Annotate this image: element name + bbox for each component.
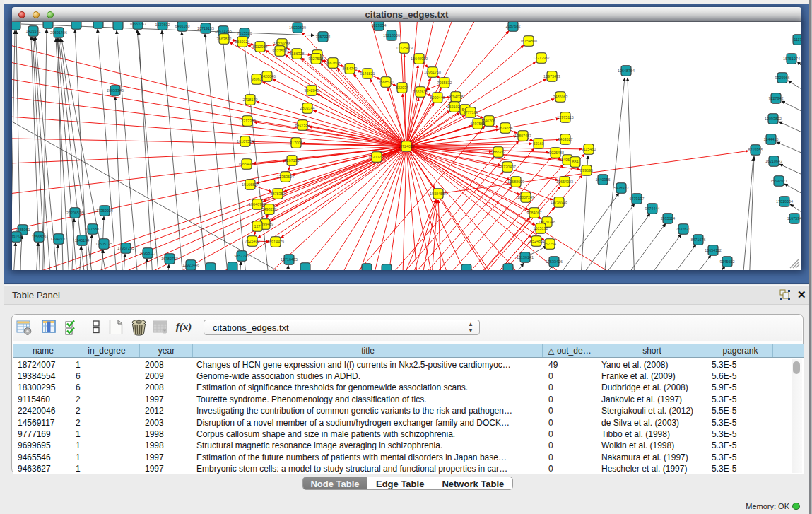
svg-text:1615132: 1615132 — [534, 226, 548, 230]
svg-text:19654923: 19654923 — [556, 180, 573, 184]
svg-text:10807487: 10807487 — [514, 134, 531, 138]
svg-text:7515526: 7515526 — [237, 31, 252, 35]
svg-text:1527602: 1527602 — [155, 23, 170, 27]
svg-text:15751074: 15751074 — [783, 57, 800, 61]
svg-text:9329966: 9329966 — [775, 76, 790, 80]
svg-text:12353594: 12353594 — [277, 175, 294, 179]
svg-text:2803144: 2803144 — [300, 106, 315, 110]
svg-text:1640956: 1640956 — [596, 177, 611, 182]
svg-text:10975887: 10975887 — [84, 227, 101, 231]
svg-text:8471676: 8471676 — [691, 238, 706, 242]
svg-text:2087682: 2087682 — [506, 24, 521, 28]
svg-text:20053346: 20053346 — [107, 88, 124, 93]
svg-text:18724007: 18724007 — [398, 144, 415, 148]
svg-text:f(x): f(x) — [176, 321, 192, 333]
svg-text:10046766: 10046766 — [249, 202, 266, 206]
svg-text:16782759: 16782759 — [161, 257, 178, 261]
svg-text:12213389: 12213389 — [239, 119, 256, 123]
svg-text:2867608: 2867608 — [326, 61, 341, 65]
svg-text:8215955: 8215955 — [748, 148, 763, 152]
svg-text:10688609: 10688609 — [507, 180, 524, 184]
svg-text:12093822: 12093822 — [765, 117, 782, 121]
svg-text:12213967: 12213967 — [533, 56, 550, 60]
svg-text:17016504: 17016504 — [776, 199, 793, 204]
svg-text:16107554: 16107554 — [237, 139, 254, 144]
svg-text:1145194: 1145194 — [75, 238, 90, 243]
svg-text:2718170: 2718170 — [243, 98, 258, 102]
svg-text:10025488: 10025488 — [547, 151, 564, 155]
svg-text:15226058: 15226058 — [273, 42, 290, 46]
svg-text:9327505: 9327505 — [273, 49, 288, 53]
svg-text:1405571: 1405571 — [26, 29, 41, 33]
svg-text:1167534: 1167534 — [787, 216, 801, 221]
svg-text:16210643: 16210643 — [765, 159, 782, 163]
svg-text:15716485: 15716485 — [281, 257, 298, 262]
svg-text:19218506: 19218506 — [383, 33, 400, 37]
svg-text:8878352: 8878352 — [271, 192, 286, 196]
svg-text:18300215: 18300215 — [368, 155, 385, 159]
svg-text:10973493: 10973493 — [543, 74, 560, 78]
svg-text:822034: 822034 — [396, 86, 408, 90]
svg-text:8454749: 8454749 — [343, 66, 358, 71]
svg-text:9463627: 9463627 — [558, 137, 573, 141]
svg-text:16154808: 16154808 — [520, 39, 537, 43]
svg-text:5938923: 5938923 — [614, 186, 629, 190]
svg-text:1244415: 1244415 — [764, 137, 779, 141]
svg-text:12942737: 12942737 — [50, 237, 67, 241]
svg-text:1562615: 1562615 — [413, 90, 428, 94]
svg-text:8813054: 8813054 — [372, 23, 387, 28]
svg-text:16640910: 16640910 — [411, 57, 428, 61]
svg-text:8186328: 8186328 — [290, 52, 305, 56]
svg-text:19384554: 19384554 — [430, 192, 447, 196]
svg-text:1621022: 1621022 — [447, 105, 462, 109]
svg-text:19654925: 19654925 — [238, 162, 255, 166]
svg-text:7632621: 7632621 — [676, 227, 691, 231]
svg-text:10654112: 10654112 — [705, 248, 722, 252]
svg-text:8990448: 8990448 — [430, 95, 445, 100]
svg-text:9245652: 9245652 — [720, 259, 735, 264]
svg-text:7357224: 7357224 — [316, 35, 331, 39]
svg-text:7955812: 7955812 — [437, 81, 452, 85]
svg-text:15720407: 15720407 — [499, 165, 516, 169]
svg-text:6497568: 6497568 — [471, 122, 486, 126]
svg-text:3624554: 3624554 — [498, 126, 513, 130]
svg-text:9474444: 9474444 — [645, 206, 660, 211]
svg-text:7886372: 7886372 — [491, 150, 506, 154]
svg-text:18807249: 18807249 — [517, 195, 534, 199]
svg-text:10961758: 10961758 — [424, 70, 441, 74]
svg-text:9227342: 9227342 — [769, 96, 784, 100]
svg-text:12975115: 12975115 — [557, 115, 574, 119]
svg-text:16671355: 16671355 — [215, 29, 232, 33]
svg-text:17957255: 17957255 — [117, 246, 134, 250]
svg-text:6479197: 6479197 — [630, 197, 645, 201]
svg-text:9146821: 9146821 — [360, 71, 375, 76]
svg-text:10653267: 10653267 — [129, 22, 146, 26]
svg-text:20206516: 20206516 — [66, 211, 83, 215]
svg-text:7485063: 7485063 — [553, 95, 568, 99]
svg-text:18524851: 18524851 — [528, 239, 545, 243]
svg-text:15692971: 15692971 — [770, 179, 787, 183]
svg-text:19756928: 19756928 — [551, 200, 567, 204]
svg-text:98961: 98961 — [252, 77, 262, 81]
svg-text:899695: 899695 — [580, 168, 593, 173]
svg-text:317006: 317006 — [290, 141, 302, 145]
svg-text:252254: 252254 — [543, 242, 556, 246]
svg-text:9777169: 9777169 — [464, 110, 478, 115]
svg-text:1117: 1117 — [794, 37, 801, 42]
svg-text:9242848: 9242848 — [305, 88, 319, 93]
svg-text:10719155: 10719155 — [197, 26, 214, 30]
svg-text:5498222: 5498222 — [262, 207, 277, 211]
svg-text:11325419: 11325419 — [396, 46, 413, 50]
svg-text:20691406: 20691406 — [50, 30, 67, 35]
svg-text:127: 127 — [254, 224, 261, 228]
svg-text:19166827: 19166827 — [242, 182, 259, 187]
svg-text:17359924: 17359924 — [96, 209, 113, 213]
svg-text:17533426: 17533426 — [546, 259, 563, 264]
svg-text:2935114: 2935114 — [661, 216, 676, 221]
svg-text:7663822: 7663822 — [217, 37, 232, 41]
svg-text:6794028: 6794028 — [449, 95, 464, 99]
svg-text:1485061: 1485061 — [16, 228, 30, 232]
svg-text:8427552: 8427552 — [295, 123, 310, 127]
svg-text:6466160: 6466160 — [175, 24, 190, 28]
svg-text:9857791: 9857791 — [235, 254, 249, 258]
